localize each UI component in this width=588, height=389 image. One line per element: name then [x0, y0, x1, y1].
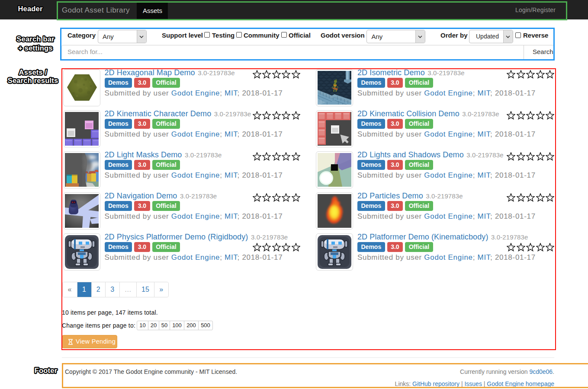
svg-text:Header: Header: [18, 5, 43, 13]
svg-text:+ settings: + settings: [18, 44, 52, 52]
svg-text:Search bar: Search bar: [16, 35, 55, 43]
svg-text:Assets /: Assets /: [19, 68, 47, 76]
svg-text:Search results: Search results: [8, 77, 58, 84]
svg-text:Footer: Footer: [35, 367, 58, 374]
